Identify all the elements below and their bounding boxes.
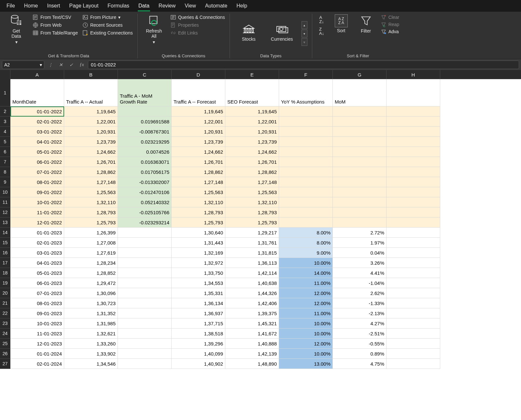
cell-H27[interactable] xyxy=(387,359,440,369)
cell-A6[interactable]: 05-01-2022 xyxy=(10,147,64,157)
cell-H13[interactable] xyxy=(387,217,440,228)
cell-A2[interactable]: 01-01-2022 xyxy=(10,106,64,117)
cell-C26[interactable] xyxy=(118,349,172,359)
cell-B20[interactable]: 1,30,096 xyxy=(64,288,118,298)
header-cell-A[interactable]: MonthDate xyxy=(10,79,64,106)
cell-E22[interactable]: 1,39,375 xyxy=(225,308,279,318)
cell-H23[interactable] xyxy=(387,318,440,329)
cell-E4[interactable]: 1,20,931 xyxy=(225,127,279,137)
clear-filter-button[interactable]: Clear xyxy=(381,14,399,20)
cell-H7[interactable] xyxy=(387,157,440,167)
cell-C6[interactable]: 0.0074526 xyxy=(118,147,172,157)
sheet-body[interactable]: 1MonthDateTraffic A -- ActualTraffic A -… xyxy=(0,79,521,369)
cell-G12[interactable] xyxy=(333,207,387,217)
header-cell-F[interactable]: YoY % Assumptions xyxy=(279,79,333,106)
cell-F18[interactable]: 14.00% xyxy=(279,268,333,278)
cell-C14[interactable] xyxy=(118,228,172,238)
cell-A20[interactable]: 07-01-2023 xyxy=(10,288,64,298)
cell-D24[interactable]: 1,38,518 xyxy=(172,329,225,339)
cell-D7[interactable]: 1,26,701 xyxy=(172,157,225,167)
fx-icon[interactable]: ƒx xyxy=(77,61,86,69)
cell-G16[interactable]: 0.04% xyxy=(333,248,387,258)
cell-H2[interactable] xyxy=(387,106,440,117)
cancel-icon[interactable]: ✕ xyxy=(57,61,65,69)
cell-C4[interactable]: -0.008767301 xyxy=(118,127,172,137)
cell-E19[interactable]: 1,40,638 xyxy=(225,278,279,288)
cell-F19[interactable]: 11.00% xyxy=(279,278,333,288)
row-header-24[interactable]: 24 xyxy=(0,329,10,339)
cell-H18[interactable] xyxy=(387,268,440,278)
cell-E27[interactable]: 1,48,890 xyxy=(225,359,279,369)
cell-E11[interactable]: 1,32,110 xyxy=(225,197,279,207)
cell-G10[interactable] xyxy=(333,187,387,197)
cell-B12[interactable]: 1,28,793 xyxy=(64,207,118,217)
scroll-more-button[interactable]: ▿ xyxy=(302,38,307,46)
cell-E10[interactable]: 1,25,563 xyxy=(225,187,279,197)
cell-E12[interactable]: 1,28,793 xyxy=(225,207,279,217)
cell-H21[interactable] xyxy=(387,298,440,308)
col-header-D[interactable]: D xyxy=(172,70,225,79)
cell-G3[interactable] xyxy=(333,117,387,127)
cell-B7[interactable]: 1,26,701 xyxy=(64,157,118,167)
scroll-up-button[interactable]: ▴ xyxy=(302,21,307,29)
header-cell-G[interactable]: MoM xyxy=(333,79,387,106)
cell-A4[interactable]: 03-01-2022 xyxy=(10,127,64,137)
cell-F13[interactable] xyxy=(279,217,333,228)
cell-C12[interactable]: -0.025105766 xyxy=(118,207,172,217)
cell-C8[interactable]: 0.017056175 xyxy=(118,167,172,177)
cell-D2[interactable]: 1,19,645 xyxy=(172,106,225,117)
cell-A16[interactable]: 03-01-2023 xyxy=(10,248,64,258)
cell-G23[interactable]: 4.27% xyxy=(333,318,387,329)
cell-G18[interactable]: 4.41% xyxy=(333,268,387,278)
queries-connections-button[interactable]: Queries & Connections xyxy=(170,14,225,20)
cell-F21[interactable]: 12.00% xyxy=(279,298,333,308)
cell-B15[interactable]: 1,27,008 xyxy=(64,238,118,248)
cell-B22[interactable]: 1,31,352 xyxy=(64,308,118,318)
advanced-filter-button[interactable]: Adva xyxy=(381,29,399,35)
cell-G25[interactable]: -0.55% xyxy=(333,339,387,349)
cell-D9[interactable]: 1,27,148 xyxy=(172,177,225,187)
cell-A15[interactable]: 02-01-2023 xyxy=(10,238,64,248)
cell-F23[interactable]: 10.00% xyxy=(279,318,333,329)
cell-D6[interactable]: 1,24,662 xyxy=(172,147,225,157)
cell-A12[interactable]: 11-01-2022 xyxy=(10,207,64,217)
cell-A14[interactable]: 01-01-2023 xyxy=(10,228,64,238)
cell-B5[interactable]: 1,23,739 xyxy=(64,137,118,147)
cell-E8[interactable]: 1,28,862 xyxy=(225,167,279,177)
cell-D8[interactable]: 1,28,862 xyxy=(172,167,225,177)
cell-F25[interactable]: 12.00% xyxy=(279,339,333,349)
cell-A3[interactable]: 02-01-2022 xyxy=(10,117,64,127)
cell-G6[interactable] xyxy=(333,147,387,157)
cell-C25[interactable] xyxy=(118,339,172,349)
col-header-E[interactable]: E xyxy=(225,70,279,79)
row-header-4[interactable]: 4 xyxy=(0,127,10,137)
row-header-14[interactable]: 14 xyxy=(0,228,10,238)
cell-H24[interactable] xyxy=(387,329,440,339)
from-picture-button[interactable]: From Picture ▾ xyxy=(82,14,133,20)
cell-E20[interactable]: 1,44,326 xyxy=(225,288,279,298)
cell-F26[interactable]: 10.00% xyxy=(279,349,333,359)
cell-B3[interactable]: 1,22,001 xyxy=(64,117,118,127)
from-table-range-button[interactable]: From Table/Range xyxy=(33,30,78,36)
cell-H26[interactable] xyxy=(387,349,440,359)
cell-G9[interactable] xyxy=(333,177,387,187)
cell-D18[interactable]: 1,33,750 xyxy=(172,268,225,278)
cell-H17[interactable] xyxy=(387,258,440,268)
cell-E5[interactable]: 1,23,739 xyxy=(225,137,279,147)
cell-H5[interactable] xyxy=(387,137,440,147)
cell-C9[interactable]: -0.013302007 xyxy=(118,177,172,187)
row-header-26[interactable]: 26 xyxy=(0,349,10,359)
menu-automate[interactable]: Automate xyxy=(201,1,232,11)
formula-input[interactable] xyxy=(88,61,519,69)
row-header-6[interactable]: 6 xyxy=(0,147,10,157)
name-box[interactable]: ▾ xyxy=(2,61,44,69)
menu-review[interactable]: Review xyxy=(154,1,180,11)
cell-C3[interactable]: 0.019691588 xyxy=(118,117,172,127)
cell-D3[interactable]: 1,22,001 xyxy=(172,117,225,127)
row-header-2[interactable]: 2 xyxy=(0,106,10,117)
cell-B2[interactable]: 1,19,645 xyxy=(64,106,118,117)
cell-B6[interactable]: 1,24,662 xyxy=(64,147,118,157)
cell-H22[interactable] xyxy=(387,308,440,318)
cell-F22[interactable]: 11.00% xyxy=(279,308,333,318)
cell-H12[interactable] xyxy=(387,207,440,217)
